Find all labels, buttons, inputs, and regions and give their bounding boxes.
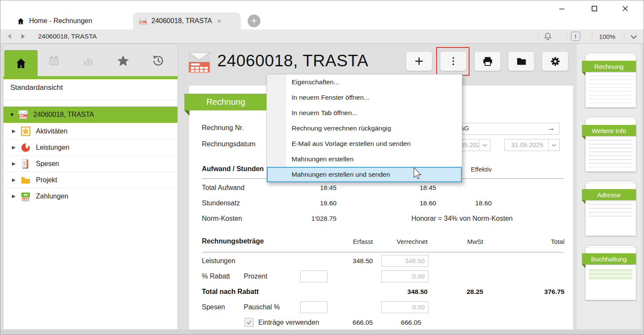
navigation-bar: 24060018, TRASTA ! 100% (0, 30, 644, 44)
expander-collapsed-icon[interactable]: ▶ (12, 161, 18, 166)
new-tab-button[interactable]: + (248, 15, 260, 27)
goto-reference-icon[interactable]: → (547, 124, 555, 133)
calendar-icon (47, 54, 60, 67)
ribbon-fold (582, 136, 585, 140)
tab-invoice[interactable]: 24060018, TRASTA × (133, 12, 241, 30)
row-label: Stundensatz (202, 199, 240, 207)
cell-erfasst: 18.60 (281, 199, 337, 207)
thumb-ribbon: Buchhaltung (582, 253, 636, 264)
table-row-eintraege: Einträge verwenden 666.05 666.05 (189, 315, 573, 331)
expander-collapsed-icon[interactable]: ▶ (12, 177, 18, 183)
row-label: Total nach Rabatt (202, 288, 259, 296)
expander-collapsed-icon[interactable]: ▶ (12, 128, 18, 134)
tree-item-aktivitaeten[interactable]: ▶ Aktivitäten (3, 123, 177, 139)
cell-verrechnet: 666.05 (366, 319, 421, 326)
checkbox-label: Einträge verwenden (258, 319, 319, 326)
tree-item-leistungen[interactable]: ▶ Leistungen (3, 139, 177, 155)
close-button[interactable] (618, 4, 632, 13)
history-icon (151, 54, 165, 68)
sidebar-accent-bar (3, 76, 177, 79)
add-button[interactable] (406, 51, 432, 71)
divider (592, 33, 592, 41)
tree-item-label: Projekt (36, 176, 57, 184)
view-name: Standardansicht (10, 83, 63, 92)
invoice-number-label: Rechnung Nr. (202, 124, 244, 132)
expander-open-icon[interactable]: ▼ (9, 112, 15, 118)
table-row-spesen: Spesen Pauschal % 0.00 (189, 300, 573, 315)
open-folder-button[interactable] (508, 51, 535, 71)
dropdown-button[interactable] (479, 139, 490, 151)
tab-home-label: Home - Rechnungen (29, 17, 92, 25)
col-verrechnet: Verrechnet (372, 238, 428, 245)
table-row-rabatt: % Rabatt Prozent 0.00 (189, 269, 573, 285)
menu-item-mahnungen-erstellen-senden[interactable]: Mahnungen erstellen und senden (267, 167, 462, 182)
sidebar-tab-calendar[interactable] (44, 54, 63, 67)
invoice-date-to-select[interactable]: 31.05.2025 (504, 139, 560, 151)
menu-item-eigenschaften[interactable]: Eigenschaften... (267, 74, 462, 90)
table-row: Stundensatz 18.60 18.60 18.60 (189, 196, 573, 211)
menu-item-mahnungen-erstellen[interactable]: Mahnungen erstellen (267, 151, 462, 167)
cell-verrechnet: 18.60 (381, 199, 436, 207)
menu-item-neuer-tab[interactable]: In neuem Tab öffnen... (267, 105, 462, 121)
ribbon-fold (184, 110, 189, 116)
row-label: Total Aufwand (202, 184, 245, 192)
minimize-button[interactable] (555, 4, 569, 13)
tree-item-zahlungen[interactable]: ▶ Zahlungen (3, 188, 177, 204)
cell-verrechnet: 18:45 (381, 184, 436, 192)
prozent-input[interactable] (300, 270, 328, 282)
menu-item-neues-fenster[interactable]: In neuem Fenster öffnen... (267, 90, 462, 105)
menu-item-email-vorlage[interactable]: E-Mail aus Vorlage erstellen und senden (267, 136, 462, 151)
bar-chart-icon (82, 54, 95, 67)
home-icon (15, 57, 27, 70)
zoom-level[interactable]: 100% (597, 33, 617, 40)
verrechnet-input[interactable]: 0.00 (381, 301, 428, 313)
table-rule (202, 252, 564, 252)
menu-item-label: In neuem Fenster öffnen... (292, 94, 369, 101)
sidebar-tab-history[interactable] (149, 54, 168, 67)
alert-button[interactable]: ! (571, 32, 580, 41)
verrechnet-input[interactable]: 348.50 (381, 255, 428, 267)
tree-item-spesen[interactable]: ▶ Spesen (3, 155, 177, 172)
back-button[interactable] (6, 33, 13, 42)
tab-close-icon[interactable]: × (216, 18, 222, 25)
tab-home[interactable]: Home - Rechnungen (11, 12, 98, 30)
sidebar-tab-favorites[interactable] (114, 54, 133, 67)
tree-item-label: Zahlungen (36, 193, 68, 200)
preview-thumb-weitere-info[interactable]: Weitere Info (577, 117, 641, 177)
alert-glyph: ! (575, 33, 576, 40)
eintraege-checkbox[interactable] (245, 318, 254, 327)
pauschal-input[interactable] (300, 301, 328, 313)
sidebar-tab-home[interactable] (4, 50, 38, 76)
cell-erfasst: 666.05 (317, 319, 373, 326)
preview-thumb-rechnung[interactable]: Rechnung (577, 53, 641, 113)
forward-button[interactable] (19, 33, 26, 42)
dropdown-button[interactable] (548, 139, 559, 151)
expander-collapsed-icon[interactable]: ▶ (12, 193, 18, 199)
context-menu: Eigenschaften... In neuem Fenster öffnen… (266, 74, 462, 183)
menu-item-verrechnen-rueckgaengig[interactable]: Rechnung verrechnen rückgängig (267, 121, 462, 136)
preview-thumb-adresse[interactable]: Adresse (577, 181, 641, 241)
tree-item-projekt[interactable]: ▶ Projekt (3, 172, 177, 188)
verrechnet-input[interactable]: 0.00 (381, 270, 428, 282)
menu-item-label: Eigenschaften... (292, 78, 339, 86)
print-button[interactable] (474, 51, 501, 71)
sidebar-tab-reports[interactable] (79, 54, 97, 67)
preview-thumb-buchhaltung[interactable]: Buchhaltung (577, 246, 641, 305)
thumbnail-content-lines (589, 76, 632, 103)
effort-table-title: Aufwand / Stunden (202, 165, 264, 173)
settings-button[interactable] (542, 51, 568, 71)
notifications-button[interactable] (543, 31, 553, 43)
thumbnail-content-lines (589, 140, 632, 167)
divider (538, 33, 538, 41)
expand-menu-button[interactable] (629, 32, 638, 43)
bell-icon (543, 31, 553, 42)
sidebar-tab-strip (3, 44, 177, 76)
breadcrumb: 24060018, TRASTA (38, 33, 97, 40)
expander-collapsed-icon[interactable]: ▶ (12, 145, 18, 150)
table-row: Norm-Kosten 1'028.75 Honorar = 34% von N… (189, 211, 573, 227)
maximize-button[interactable] (587, 4, 602, 13)
cell-verrechnet: 348.50 (372, 288, 428, 296)
row-sublabel: Prozent (244, 273, 267, 280)
check-icon (246, 319, 252, 326)
tree-root-invoice[interactable]: ▼ 24060018, TRASTA (3, 107, 177, 123)
